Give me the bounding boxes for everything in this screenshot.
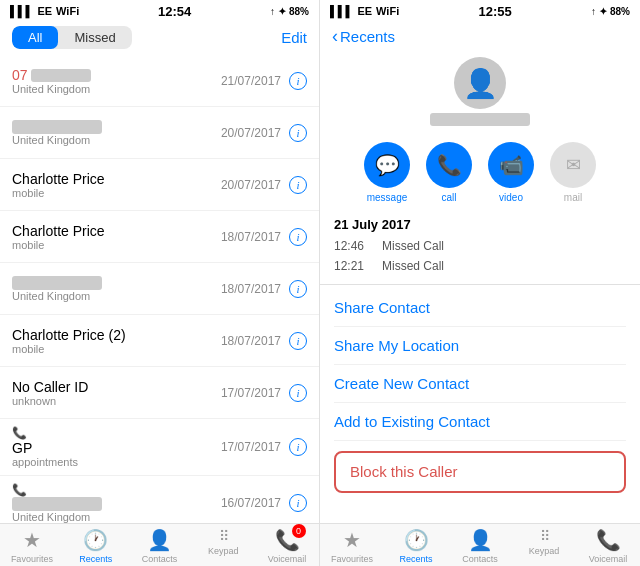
info-button[interactable]: i [289,280,307,298]
table-row[interactable]: No Caller ID unknown 17/07/2017 i [0,367,319,419]
right-signal-bars: ▌▌▌ [330,5,353,17]
share-contact-option[interactable]: Share Contact [334,289,626,327]
right-tab-keypad-label: Keypad [529,546,560,556]
video-button[interactable]: 📹 video [488,142,534,203]
contact-name [430,113,530,126]
call-name [12,120,102,134]
info-button[interactable]: i [289,438,307,456]
right-status-icons: ↑ ✦ 88% [591,6,630,17]
tab-favourites-label: Favourites [11,554,53,564]
phone-icon2: 📞 [12,483,102,497]
info-button[interactable]: i [289,332,307,350]
message-button[interactable]: 💬 message [364,142,410,203]
block-caller-button[interactable]: Block this Caller [350,463,458,480]
info-button[interactable]: i [289,72,307,90]
divider [320,284,640,285]
call-name: GP [12,440,78,456]
signal-bars: ▌▌▌ [10,5,33,17]
mail-button[interactable]: ✉ mail [550,142,596,203]
back-button[interactable]: ‹ Recents [332,26,395,47]
right-time: 12:55 [478,4,511,19]
tab-voicemail[interactable]: 📞 0 Voicemail [255,528,319,564]
add-existing-option[interactable]: Add to Existing Contact [334,403,626,441]
table-row[interactable]: United Kingdom 20/07/2017 i [0,107,319,159]
table-row[interactable]: 07 United Kingdom 21/07/2017 i [0,55,319,107]
share-location-option[interactable]: Share My Location [334,327,626,365]
right-tab-favourites[interactable]: ★ Favourites [320,528,384,564]
right-carrier-label: EE [357,5,372,17]
voicemail-badge: 0 [292,524,306,538]
call-date: 20/07/2017 [221,178,281,192]
right-voicemail-icon: 📞 [596,528,621,552]
left-panel: ▌▌▌ EE WiFi 12:54 ↑ ✦ 88% All Missed Edi… [0,0,320,566]
call-name: Charlotte Price [12,223,105,239]
call-time-2: 12:21 [334,259,374,273]
recents-nav: All Missed Edit [0,22,319,55]
call-sub: United Kingdom [12,83,91,95]
info-button[interactable]: i [289,494,307,512]
call-name: No Caller ID [12,379,88,395]
info-button[interactable]: i [289,384,307,402]
block-caller-container[interactable]: Block this Caller [334,451,626,493]
call-sub: United Kingdom [12,134,102,146]
wifi-icon: WiFi [56,5,79,17]
missed-segment[interactable]: Missed [58,26,131,49]
tab-contacts[interactable]: 👤 Contacts [128,528,192,564]
contacts-icon: 👤 [147,528,172,552]
voicemail-icon: 📞 0 [275,528,300,552]
info-button[interactable]: i [289,176,307,194]
table-row[interactable]: 📞 United Kingdom 16/07/2017 i [0,476,319,523]
table-row[interactable]: 📞 GP appointments 17/07/2017 i [0,419,319,476]
mail-circle: ✉ [550,142,596,188]
call-sub: mobile [12,343,126,355]
create-contact-option[interactable]: Create New Contact [334,365,626,403]
left-tab-bar: ★ Favourites 🕐 Recents 👤 Contacts ⠿ Keyp… [0,523,319,566]
table-row[interactable]: Charlotte Price (2) mobile 18/07/2017 i [0,315,319,367]
tab-recents[interactable]: 🕐 Recents [64,528,128,564]
right-bt-icon: ✦ [599,6,607,17]
right-tab-keypad[interactable]: ⠿ Keypad [512,528,576,564]
location-icon: ↑ [270,6,275,17]
call-name [12,276,102,290]
mail-label: mail [564,192,582,203]
call-date: 20/07/2017 [221,126,281,140]
right-tab-voicemail[interactable]: 📞 Voicemail [576,528,640,564]
right-tab-contacts[interactable]: 👤 Contacts [448,528,512,564]
right-tab-contacts-label: Contacts [462,554,498,564]
video-circle: 📹 [488,142,534,188]
call-date: 16/07/2017 [221,496,281,510]
detail-options: Share Contact Share My Location Create N… [320,289,640,441]
table-row[interactable]: Charlotte Price mobile 18/07/2017 i [0,211,319,263]
segment-control[interactable]: All Missed [12,26,132,49]
status-bar-left: ▌▌▌ EE WiFi 12:54 ↑ ✦ 88% [0,0,319,22]
call-status-1: Missed Call [374,239,626,253]
recents-icon: 🕐 [83,528,108,552]
right-tab-recents-label: Recents [399,554,432,564]
call-time-1: 12:46 [334,239,374,253]
right-tab-recents[interactable]: 🕐 Recents [384,528,448,564]
table-row[interactable]: Charlotte Price mobile 20/07/2017 i [0,159,319,211]
right-location-icon: ↑ [591,6,596,17]
all-segment[interactable]: All [12,26,58,49]
tab-keypad[interactable]: ⠿ Keypad [191,528,255,564]
right-recents-icon: 🕐 [404,528,429,552]
right-keypad-icon: ⠿ [540,528,549,544]
avatar-icon: 👤 [463,67,498,100]
tab-favourites[interactable]: ★ Favourites [0,528,64,564]
edit-button[interactable]: Edit [281,29,307,46]
call-history-date: 21 July 2017 [334,217,626,232]
call-name: Charlotte Price [12,171,105,187]
info-button[interactable]: i [289,228,307,246]
right-panel: ▌▌▌ EE WiFi 12:55 ↑ ✦ 88% ‹ Recents 👤 💬 … [320,0,640,566]
call-label: call [441,192,456,203]
table-row[interactable]: United Kingdom 18/07/2017 i [0,263,319,315]
call-button[interactable]: 📞 call [426,142,472,203]
right-carrier: ▌▌▌ EE WiFi [330,5,399,17]
call-date: 18/07/2017 [221,282,281,296]
back-label: Recents [340,28,395,45]
call-date: 17/07/2017 [221,386,281,400]
video-icon: 📹 [499,153,524,177]
carrier-label: EE [37,5,52,17]
info-button[interactable]: i [289,124,307,142]
right-tab-favourites-label: Favourites [331,554,373,564]
